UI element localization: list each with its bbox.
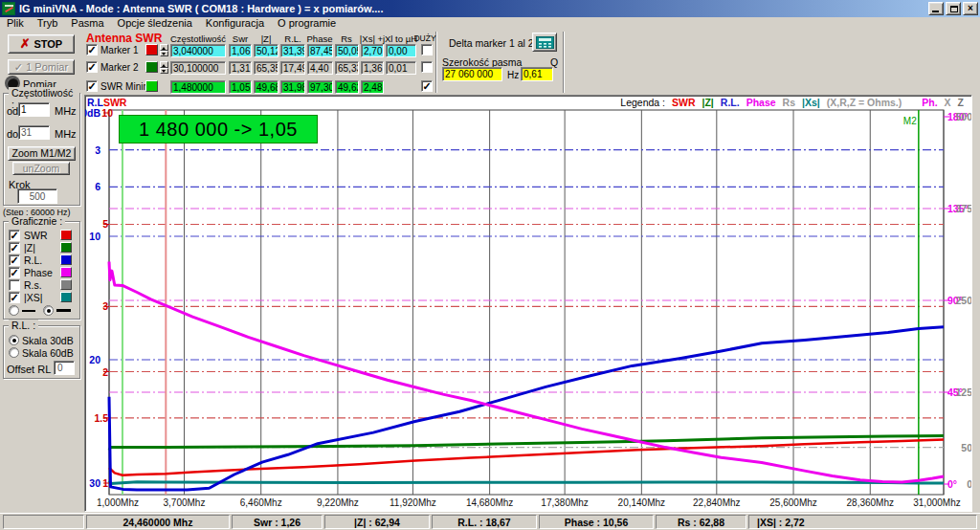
series-checkbox-5[interactable]: ✓ bbox=[9, 292, 20, 303]
from-unit: MHz bbox=[55, 105, 77, 117]
marker-value-cell: 65,35 bbox=[254, 61, 278, 75]
spinner-down-icon[interactable] bbox=[160, 68, 168, 75]
rl-scale-group: R.L. : Skala 30dBSkala 60dB Offset RL bbox=[3, 325, 80, 379]
status-cell-2: Swr : 1,26 bbox=[232, 515, 323, 529]
line-thin-radio[interactable] bbox=[9, 305, 19, 316]
column-header-4: Phase bbox=[307, 33, 333, 44]
marker-value-cell: 50,05 bbox=[335, 44, 359, 57]
marker-row-checkbox[interactable]: ✓ bbox=[86, 44, 98, 55]
marker-value-cell: 31,39 bbox=[280, 44, 305, 57]
series-label: SWR bbox=[24, 230, 48, 241]
offset-rl-input[interactable] bbox=[54, 361, 75, 375]
line-thick-radio[interactable] bbox=[43, 305, 54, 316]
marker-row-checkbox[interactable]: ✓ bbox=[86, 80, 98, 92]
marker-value-cell: 49,68 bbox=[254, 80, 278, 94]
rl-scale-radio-1[interactable] bbox=[9, 347, 19, 358]
column-header-0: Częstotliwość bbox=[170, 33, 226, 44]
graph-series-group: Graficznie : ✓SWR✓|Z|✓R.L.✓PhaseR.s.✓|XS… bbox=[3, 221, 80, 320]
unzoom-button[interactable]: unZoom bbox=[12, 162, 70, 175]
to-unit: MHz bbox=[55, 128, 77, 140]
marker-value-cell: 3,040000 bbox=[170, 44, 226, 57]
menu-item-1[interactable]: Tryb bbox=[31, 17, 65, 30]
axis-label: 3 bbox=[95, 144, 100, 156]
x-tick-label: 9,220Mhz bbox=[317, 497, 359, 508]
column-header-1: Swr bbox=[233, 33, 248, 44]
to-label: do bbox=[7, 128, 18, 140]
zoom-m1-m2-button[interactable]: Zoom M1/M2 bbox=[8, 146, 76, 161]
marker-color-swatch[interactable] bbox=[145, 61, 158, 73]
chart-panel: R.LSWR Legenda :SWR|Z|R.L.PhaseRs|Xs|(X,… bbox=[84, 95, 972, 512]
marker-value-cell: 31,98 bbox=[280, 80, 305, 94]
axis-label: 50 bbox=[961, 442, 971, 453]
series-checkbox-0[interactable]: ✓ bbox=[9, 230, 20, 241]
column-header-8: DUŻY bbox=[413, 33, 435, 43]
minimize-button[interactable] bbox=[928, 2, 944, 15]
series-color-swatch bbox=[60, 292, 72, 302]
rl-scale-label: Skala 30dB bbox=[22, 335, 74, 346]
marker-value-cell: 0,01 bbox=[386, 61, 416, 75]
marker-value-cell: 87,45 bbox=[307, 44, 333, 57]
duzy-checkbox[interactable] bbox=[421, 61, 433, 73]
bandwidth-value: 27 060 000 bbox=[442, 67, 502, 81]
rl-group-title: R.L. : bbox=[9, 320, 38, 331]
x-tick-label: 3,700Mhz bbox=[164, 497, 206, 508]
from-input[interactable] bbox=[18, 102, 50, 117]
offset-rl-label: Offset RL bbox=[7, 364, 51, 375]
duzy-checkbox[interactable]: ✓ bbox=[421, 80, 433, 92]
minimize-icon bbox=[932, 11, 939, 12]
column-header-3: R.L. bbox=[284, 33, 301, 44]
axis-label: 10 bbox=[89, 231, 100, 242]
duzy-checkbox[interactable] bbox=[421, 44, 433, 55]
axis-label: 30 bbox=[89, 477, 100, 489]
close-button[interactable]: × bbox=[963, 2, 978, 15]
step-input[interactable] bbox=[17, 188, 57, 204]
x-tick-label: 11,920Mhz bbox=[390, 497, 436, 508]
marker-color-swatch[interactable] bbox=[145, 44, 158, 55]
marker-color-swatch[interactable] bbox=[145, 80, 158, 92]
marker-value-cell: 4,40 bbox=[307, 61, 333, 75]
column-header-6: |Xs| +j bbox=[360, 33, 385, 44]
curve-xs bbox=[109, 481, 944, 484]
calculator-button[interactable] bbox=[532, 33, 557, 52]
status-cell-4: R.L. : 18,67 bbox=[432, 515, 537, 529]
marker-value-cell: 17,49 bbox=[280, 61, 305, 75]
menubar: PlikTrybPasmaOpcje śledzeniaKonfiguracja… bbox=[0, 17, 980, 30]
menu-item-3[interactable]: Opcje śledzenia bbox=[111, 17, 199, 30]
calculator-icon bbox=[536, 36, 554, 49]
restore-button[interactable] bbox=[946, 2, 961, 15]
marker-spinner[interactable] bbox=[160, 61, 168, 74]
menu-item-2[interactable]: Pasma bbox=[64, 17, 110, 30]
marker-value-cell: 1,480000 bbox=[170, 80, 226, 94]
menu-item-5[interactable]: O programie bbox=[271, 17, 343, 30]
marker-value-cell: 2,48 bbox=[361, 80, 384, 94]
menu-item-4[interactable]: Konfiguracja bbox=[199, 17, 271, 30]
marker-row-checkbox[interactable]: ✓ bbox=[86, 61, 98, 73]
series-checkbox-1[interactable]: ✓ bbox=[9, 242, 20, 254]
swr-min-annotation: 1 480 000 -> 1,05 bbox=[119, 115, 318, 144]
single-measure-button[interactable]: ✓ 1 Pomiar bbox=[8, 59, 75, 75]
menu-item-0[interactable]: Plik bbox=[0, 17, 31, 30]
to-input[interactable] bbox=[18, 125, 50, 140]
x-tick-label: 6,460Mhz bbox=[240, 497, 282, 508]
marker-value-cell: 30,100000 bbox=[170, 61, 226, 75]
window-title: IG miniVNA - Mode : Antenna SWR ( COM18 … bbox=[19, 3, 926, 14]
stop-button[interactable]: ✗ STOP bbox=[8, 34, 75, 54]
status-cell-3: |Z| : 62,94 bbox=[324, 515, 430, 529]
rl-scale-radio-0[interactable] bbox=[9, 335, 19, 345]
marker-value-cell: 50,12 bbox=[254, 44, 278, 57]
marker-label-m2: M2 bbox=[903, 116, 917, 126]
x-tick-label: 20,140Mhz bbox=[618, 497, 665, 508]
spinner-down-icon[interactable] bbox=[160, 51, 168, 57]
series-label: |Z| bbox=[24, 242, 35, 254]
series-checkbox-2[interactable]: ✓ bbox=[9, 254, 20, 266]
marker-spinner[interactable] bbox=[160, 44, 168, 56]
series-checkbox-4[interactable] bbox=[9, 279, 20, 291]
column-header-2: |Z| bbox=[261, 33, 272, 44]
series-color-swatch bbox=[60, 242, 72, 253]
series-checkbox-3[interactable]: ✓ bbox=[9, 267, 20, 278]
marker-value-cell: 0,00 bbox=[386, 44, 416, 57]
status-cell-1: 24,460000 Mhz bbox=[86, 515, 230, 529]
restore-icon bbox=[950, 6, 958, 12]
marker-row-label: Marker 2 bbox=[100, 62, 138, 73]
x-tick-label: 14,680Mhz bbox=[466, 497, 513, 508]
